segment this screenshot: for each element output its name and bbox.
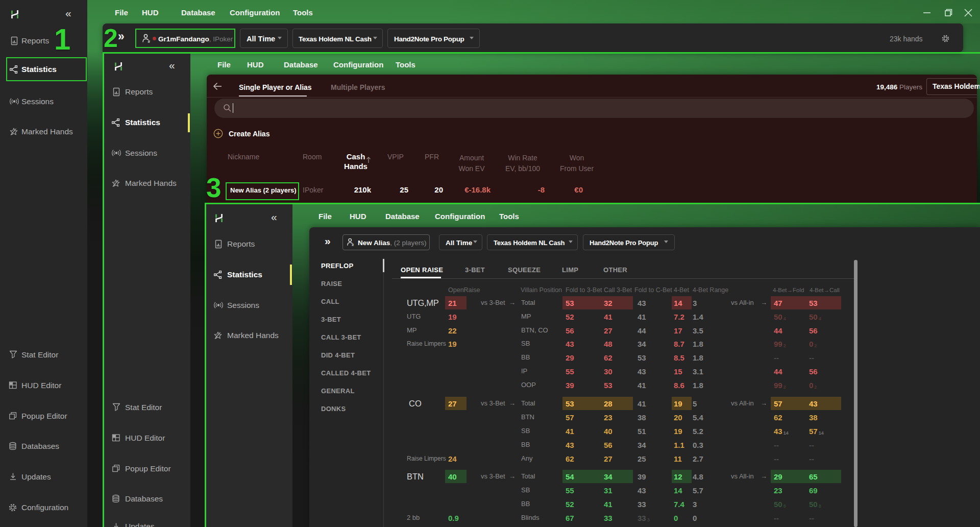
svg-text:#: # [148, 39, 151, 44]
svg-text:#: # [352, 243, 354, 247]
